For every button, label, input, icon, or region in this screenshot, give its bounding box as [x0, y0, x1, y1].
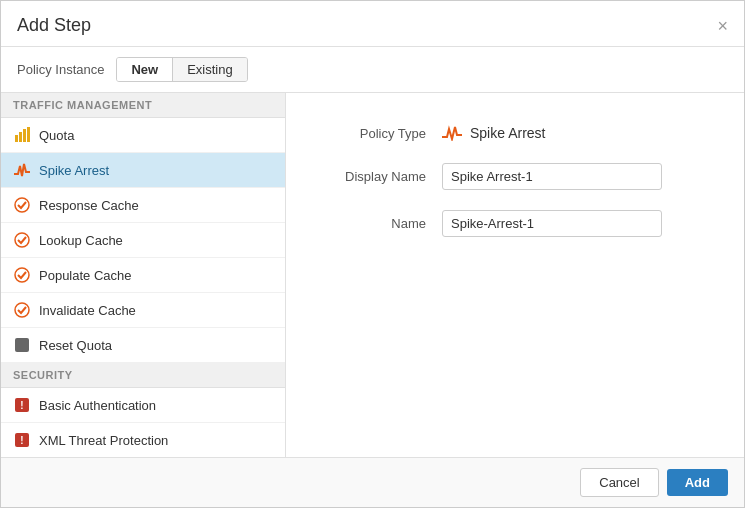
traffic-management-header: TRAFFIC MANAGEMENT	[1, 93, 285, 118]
policy-type-label: Policy Type	[326, 126, 426, 141]
sidebar-item-response-cache-label: Response Cache	[39, 198, 139, 213]
sidebar-item-reset-quota[interactable]: Reset Quota	[1, 328, 285, 363]
display-name-row: Display Name	[326, 163, 704, 190]
sidebar-item-populate-cache[interactable]: Populate Cache	[1, 258, 285, 293]
sidebar-item-xml-threat[interactable]: ! XML Threat Protection	[1, 423, 285, 457]
tab-new[interactable]: New	[117, 58, 173, 81]
policy-type-value: Spike Arrest	[442, 123, 545, 143]
sidebar-item-spike-arrest[interactable]: Spike Arrest	[1, 153, 285, 188]
name-row: Name	[326, 210, 704, 237]
sidebar-item-invalidate-cache[interactable]: Invalidate Cache	[1, 293, 285, 328]
dialog-title: Add Step	[17, 15, 91, 36]
dialog-body: TRAFFIC MANAGEMENT Quota Spike Arrest Re…	[1, 93, 744, 457]
dialog-header: Add Step ×	[1, 1, 744, 47]
policy-type-spike-icon	[442, 123, 462, 143]
sidebar-item-quota[interactable]: Quota	[1, 118, 285, 153]
policy-instance-tabs: New Existing	[116, 57, 247, 82]
name-input[interactable]	[442, 210, 662, 237]
cancel-button[interactable]: Cancel	[580, 468, 658, 497]
sidebar-item-basic-auth-label: Basic Authentication	[39, 398, 156, 413]
dialog-footer: Cancel Add	[1, 457, 744, 507]
svg-point-4	[15, 198, 29, 212]
quota-icon	[13, 126, 31, 144]
svg-point-6	[15, 268, 29, 282]
lookup-cache-icon	[13, 231, 31, 249]
sidebar-item-reset-quota-label: Reset Quota	[39, 338, 112, 353]
display-name-input[interactable]	[442, 163, 662, 190]
svg-rect-1	[19, 132, 22, 142]
close-button[interactable]: ×	[717, 17, 728, 35]
main-content: Policy Type Spike Arrest Display Name Na…	[286, 93, 744, 457]
policy-type-row: Policy Type Spike Arrest	[326, 123, 704, 143]
basic-auth-icon: !	[13, 396, 31, 414]
add-step-dialog: Add Step × Policy Instance New Existing …	[0, 0, 745, 508]
display-name-label: Display Name	[326, 169, 426, 184]
sidebar-item-populate-cache-label: Populate Cache	[39, 268, 132, 283]
xml-threat-icon: !	[13, 431, 31, 449]
sidebar-item-lookup-cache[interactable]: Lookup Cache	[1, 223, 285, 258]
name-label: Name	[326, 216, 426, 231]
spike-arrest-icon	[13, 161, 31, 179]
security-header: SECURITY	[1, 363, 285, 388]
sidebar-item-xml-threat-label: XML Threat Protection	[39, 433, 168, 448]
policy-instance-label: Policy Instance	[17, 62, 104, 77]
svg-rect-8	[15, 338, 29, 352]
add-button[interactable]: Add	[667, 469, 728, 496]
response-cache-icon	[13, 196, 31, 214]
sidebar-item-spike-arrest-label: Spike Arrest	[39, 163, 109, 178]
sidebar-item-lookup-cache-label: Lookup Cache	[39, 233, 123, 248]
invalidate-cache-icon	[13, 301, 31, 319]
sidebar-item-response-cache[interactable]: Response Cache	[1, 188, 285, 223]
sidebar: TRAFFIC MANAGEMENT Quota Spike Arrest Re…	[1, 93, 286, 457]
policy-instance-row: Policy Instance New Existing	[1, 47, 744, 93]
sidebar-item-basic-auth[interactable]: ! Basic Authentication	[1, 388, 285, 423]
policy-type-text: Spike Arrest	[470, 125, 545, 141]
svg-point-5	[15, 233, 29, 247]
tab-existing[interactable]: Existing	[173, 58, 247, 81]
sidebar-item-invalidate-cache-label: Invalidate Cache	[39, 303, 136, 318]
svg-point-7	[15, 303, 29, 317]
populate-cache-icon	[13, 266, 31, 284]
svg-text:!: !	[20, 435, 23, 446]
sidebar-item-quota-label: Quota	[39, 128, 74, 143]
svg-rect-3	[27, 127, 30, 142]
svg-rect-2	[23, 129, 26, 142]
svg-rect-0	[15, 135, 18, 142]
reset-quota-icon	[13, 336, 31, 354]
svg-text:!: !	[20, 400, 23, 411]
